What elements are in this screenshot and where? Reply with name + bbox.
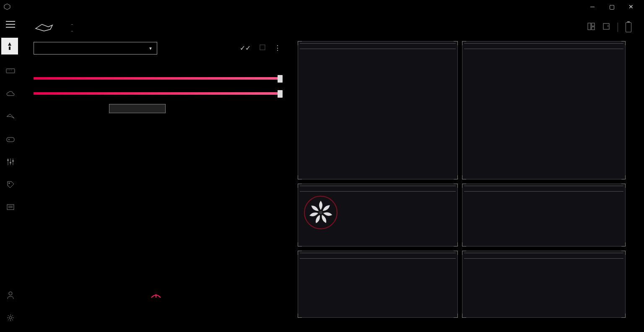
battery-icon <box>626 22 631 32</box>
sidebar-fusion[interactable] <box>5 111 16 122</box>
panel-system-config <box>462 41 626 179</box>
svg-rect-1 <box>588 23 591 30</box>
sidebar-news[interactable] <box>5 201 16 213</box>
slider-platform-thumb[interactable] <box>278 90 283 98</box>
svg-rect-3 <box>592 27 595 30</box>
rog-logo-icon <box>34 21 55 34</box>
sidebar-home[interactable] <box>1 38 18 54</box>
minimize-button[interactable]: ─ <box>583 0 602 13</box>
svg-point-13 <box>9 183 10 184</box>
svg-point-7 <box>9 70 10 70</box>
divider <box>618 23 618 32</box>
svg-rect-5 <box>6 69 15 73</box>
game-launcher-body[interactable] <box>298 259 457 284</box>
sidebar-user[interactable] <box>5 289 16 301</box>
mode-select[interactable] <box>34 42 157 54</box>
panel-gpu-stats <box>298 41 458 179</box>
fan-wheel-icon <box>304 196 338 229</box>
slider-platform <box>34 89 281 95</box>
more-icon[interactable]: ⋮ <box>274 44 281 52</box>
panel-game-launcher <box>298 251 458 318</box>
svg-point-15 <box>9 292 12 295</box>
slider-platform-track[interactable] <box>34 92 281 95</box>
slider-apu-track[interactable] <box>34 77 281 80</box>
app-icon <box>3 3 11 10</box>
sidebar-cloud[interactable] <box>5 88 16 100</box>
svg-rect-17 <box>260 45 265 50</box>
main-panel: ✓✓ ⋮ <box>34 42 281 239</box>
slider-apu <box>34 74 281 80</box>
panel-app-config <box>462 184 626 246</box>
svg-point-18 <box>319 211 322 214</box>
svg-point-8 <box>11 70 11 70</box>
header: - - <box>21 17 636 38</box>
performance-indicator-icon <box>150 292 162 299</box>
sidebar-keyboard[interactable] <box>5 65 16 77</box>
sidebar-settings[interactable] <box>5 312 16 324</box>
svg-rect-2 <box>592 23 595 26</box>
apply-icon[interactable]: ✓✓ <box>240 44 251 52</box>
close-button[interactable]: ✕ <box>621 0 641 13</box>
svg-point-16 <box>9 316 12 319</box>
slider-apu-thumb[interactable] <box>278 75 283 83</box>
sidebar <box>0 34 21 332</box>
layout-icon[interactable] <box>587 23 595 32</box>
sidebar-deals[interactable] <box>5 179 16 190</box>
panel-scenario-profiles <box>462 251 626 318</box>
menu-toggle-icon[interactable] <box>6 21 15 28</box>
system-info: - - <box>71 21 73 34</box>
svg-point-10 <box>7 159 9 161</box>
svg-rect-9 <box>7 137 14 142</box>
pin-icon[interactable] <box>602 23 610 32</box>
save-icon[interactable] <box>259 44 266 52</box>
panel-fan-speed <box>298 184 458 246</box>
maximize-button[interactable]: ▢ <box>602 0 621 13</box>
svg-rect-14 <box>7 205 14 210</box>
titlebar: ─ ▢ ✕ <box>0 0 644 13</box>
svg-point-11 <box>10 162 11 163</box>
sidebar-tuning[interactable] <box>5 156 16 168</box>
undo-button[interactable] <box>109 104 166 113</box>
svg-rect-4 <box>603 23 609 29</box>
svg-marker-0 <box>4 4 10 10</box>
svg-point-6 <box>8 70 8 70</box>
svg-point-12 <box>12 160 14 162</box>
fan-curve-chart[interactable] <box>34 117 247 239</box>
sidebar-gamepad[interactable] <box>5 133 16 145</box>
